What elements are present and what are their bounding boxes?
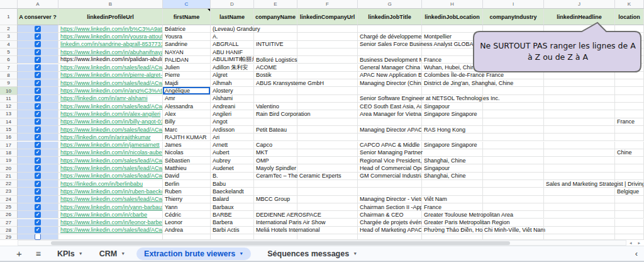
cell-G12[interactable]: CEO South East Asia, Australia xyxy=(358,103,422,110)
row-header-26[interactable]: 26 xyxy=(0,211,18,219)
cell-H29[interactable] xyxy=(422,234,483,240)
checked-checkbox[interactable]: ✓ xyxy=(35,33,41,40)
cell-C26[interactable]: Cédric xyxy=(163,211,211,219)
row-header-11[interactable]: 11 xyxy=(0,95,18,103)
checked-checkbox[interactable]: ✓ xyxy=(35,64,41,71)
cell-D19[interactable]: Aubrey xyxy=(211,157,254,164)
tab-extraction-brute-viewers[interactable]: Extraction brute viewers ▼ xyxy=(136,248,251,260)
row-header-18[interactable]: 18 xyxy=(0,149,18,157)
cell-D25[interactable]: Barbaux xyxy=(211,203,254,211)
cell-A13[interactable]: ✓ xyxy=(18,110,58,118)
cell-E10[interactable] xyxy=(254,87,297,94)
cell-C7[interactable]: Julien xyxy=(163,64,211,72)
cell-B21[interactable]: https://www.linkedin.com/sales/lead/ACwA… xyxy=(58,173,163,180)
cell-F4[interactable] xyxy=(297,41,358,48)
cell-E26[interactable]: DEDIENNE AEROSPACE xyxy=(254,211,297,219)
cell-K18[interactable]: Chine xyxy=(615,149,644,157)
checked-checkbox[interactable]: ✓ xyxy=(35,204,41,210)
column-letter-A[interactable]: A xyxy=(18,0,58,9)
cell-F2[interactable] xyxy=(297,25,358,33)
cell-G21[interactable]: GM Commercial Industrial Asia xyxy=(358,173,422,180)
cell-J29[interactable] xyxy=(544,234,615,240)
cell-E24[interactable]: MBCC Group xyxy=(254,196,297,203)
cell-F20[interactable] xyxy=(297,164,358,172)
row-header-9[interactable]: 9 xyxy=(0,79,18,87)
cell-C11[interactable]: Amr xyxy=(163,95,211,103)
cell-I10[interactable] xyxy=(483,87,544,94)
cell-D5[interactable]: ABU HANIF xyxy=(211,48,254,56)
cell-K13[interactable] xyxy=(615,110,644,118)
cell-D8[interactable]: Algret xyxy=(211,72,254,79)
tab-sequences-messages[interactable]: Séquences messages ▼ xyxy=(267,249,357,258)
cell-K9[interactable] xyxy=(615,79,644,87)
cell-G5[interactable] xyxy=(358,48,422,56)
cell-J16[interactable] xyxy=(544,134,615,141)
cell-F6[interactable] xyxy=(297,56,358,64)
cell-B11[interactable]: https://linkedin.com/in/amr-alshami xyxy=(58,95,163,103)
cell-F10[interactable] xyxy=(297,87,358,94)
cell-B25[interactable]: https://www.linkedin.com/in/yann-barbaux… xyxy=(58,203,163,211)
cell-D18[interactable]: Aubert xyxy=(211,149,254,157)
cell-E8[interactable]: Bostik xyxy=(254,72,297,79)
cell-A9[interactable]: ✓ xyxy=(18,79,58,87)
cell-J15[interactable] xyxy=(544,126,615,134)
cell-D14[interactable]: Angot xyxy=(211,118,254,126)
cell-A21[interactable]: ✓ xyxy=(18,173,58,180)
row-header-19[interactable]: 19 xyxy=(0,157,18,164)
cell-C13[interactable]: Alex xyxy=(163,110,211,118)
cell-B8[interactable]: https://www.linkedin.com/in/pierre-algre… xyxy=(58,72,163,79)
horizontal-scrollbar-thumb[interactable] xyxy=(51,241,510,245)
cell-H19[interactable]: Shanghai, Chine xyxy=(422,157,483,164)
cell-F29[interactable] xyxy=(297,234,358,240)
cell-A15[interactable]: ✓ xyxy=(18,126,58,134)
scrollbar-arrow-icons[interactable]: ◂ ▸ xyxy=(630,241,643,246)
cell-B2[interactable]: https://www.linkedin.com/in/b%C3%A9atric… xyxy=(58,25,163,33)
cell-J11[interactable] xyxy=(544,95,615,103)
cell-B4[interactable]: linkedin.com/in/sandrine-abgrall-8537731… xyxy=(58,41,163,48)
column-letter-G[interactable]: G xyxy=(358,0,422,9)
cell-F17[interactable] xyxy=(297,142,358,149)
cell-B16[interactable]: https://linkedin.com/in/arirajithkumar xyxy=(58,134,163,141)
cell-G8[interactable]: APAC New Application Busines xyxy=(358,72,422,79)
chevron-down-icon[interactable]: ▼ xyxy=(79,251,83,256)
horizontal-scrollbar[interactable] xyxy=(18,240,626,246)
cell-E2[interactable] xyxy=(254,25,297,33)
cell-K14[interactable]: France xyxy=(615,118,644,126)
checked-checkbox[interactable]: ✓ xyxy=(35,57,41,63)
cell-G23[interactable] xyxy=(358,188,422,195)
cell-I15[interactable] xyxy=(483,126,544,134)
cell-C28[interactable]: Andrea xyxy=(163,227,211,234)
cell-B27[interactable]: https://www.linkedin.com/in/leonor-barbe… xyxy=(58,219,163,227)
cell-G25[interactable]: Chairman Section II -Applied Sc xyxy=(358,203,422,211)
cell-F23[interactable] xyxy=(297,188,358,195)
cell-D20[interactable]: Audenet xyxy=(211,164,254,172)
row-header-4[interactable]: 4 xyxy=(0,41,18,48)
row-header-29[interactable]: 29 xyxy=(0,234,18,240)
cell-D16[interactable]: Ari xyxy=(211,134,254,141)
row-header-21[interactable]: 21 xyxy=(0,173,18,180)
cell-J10[interactable] xyxy=(544,87,615,94)
cell-F27[interactable] xyxy=(297,219,358,227)
cell-I23[interactable] xyxy=(483,188,544,195)
cell-K28[interactable] xyxy=(615,227,644,234)
row-header-10[interactable]: 10 xyxy=(0,87,18,94)
all-sheets-menu-icon[interactable]: ≡ xyxy=(36,249,41,259)
cell-F8[interactable] xyxy=(297,72,358,79)
cell-F24[interactable] xyxy=(297,196,358,203)
cell-G3[interactable]: Chargé de développement des xyxy=(358,33,422,40)
cell-J26[interactable] xyxy=(544,211,615,219)
cell-I21[interactable] xyxy=(483,173,544,180)
cell-K17[interactable] xyxy=(615,142,644,149)
checked-checkbox[interactable]: ✓ xyxy=(35,26,41,32)
cell-E16[interactable] xyxy=(254,134,297,141)
cell-E28[interactable]: Meliá Hotels International xyxy=(254,227,297,234)
cell-C9[interactable]: Majdi xyxy=(163,79,211,87)
cell-G9[interactable]: Managing Director (China) xyxy=(358,79,422,87)
cell-J23[interactable] xyxy=(544,188,615,195)
cell-D28[interactable]: Barbi Actis xyxy=(211,227,254,234)
tab-kpis[interactable]: KPIs ▼ xyxy=(57,249,83,258)
cell-B9[interactable]: https://www.linkedin.com/sales/lead/ACwA… xyxy=(58,79,163,87)
checked-checkbox[interactable]: ✓ xyxy=(35,181,41,187)
cell-I27[interactable] xyxy=(483,219,544,227)
cell-B26[interactable]: https://www.linkedin.com/in/cbarbe xyxy=(58,211,163,219)
